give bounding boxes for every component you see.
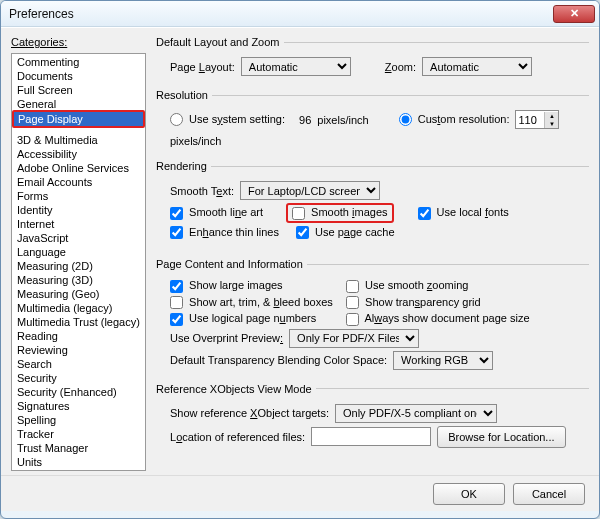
always-show-doc-size-checkbox[interactable]: Always show document page size — [346, 312, 530, 326]
category-item[interactable]: Email Accounts — [13, 175, 144, 189]
category-item[interactable]: Reading — [13, 329, 144, 343]
category-item[interactable]: Updater — [13, 469, 144, 471]
smooth-text-label: Smooth Text: — [170, 185, 234, 197]
blend-space-select[interactable]: Working RGB — [393, 351, 493, 370]
category-item[interactable]: Commenting — [13, 55, 144, 69]
overprint-preview-label: Use Overprint Preview: — [170, 332, 283, 344]
category-item[interactable]: Multimedia (legacy) — [13, 301, 144, 315]
legend-rendering: Rendering — [156, 160, 211, 172]
page-layout-select[interactable]: Automatic — [241, 57, 351, 76]
window-title: Preferences — [9, 7, 553, 21]
category-item[interactable]: Reviewing — [13, 343, 144, 357]
xobject-targets-select[interactable]: Only PDF/X-5 compliant ones — [335, 404, 497, 423]
custom-resolution-input[interactable] — [516, 111, 544, 128]
category-item[interactable]: Documents — [13, 69, 144, 83]
category-item[interactable]: Measuring (2D) — [13, 259, 144, 273]
category-item[interactable]: Multimedia Trust (legacy) — [13, 315, 144, 329]
show-large-images-checkbox[interactable]: Show large images — [170, 279, 340, 293]
spinner-down-icon[interactable]: ▼ — [544, 120, 558, 128]
referenced-files-input[interactable] — [311, 427, 431, 446]
settings-panel: Default Layout and Zoom Page Layout: Aut… — [156, 36, 589, 471]
use-local-fonts-checkbox[interactable]: Use local fonts — [418, 206, 509, 220]
use-logical-page-numbers-checkbox[interactable]: Use logical page numbers — [170, 312, 340, 326]
category-item[interactable]: 3D & Multimedia — [13, 133, 144, 147]
category-item[interactable]: Page Display — [14, 112, 143, 126]
close-icon: ✕ — [570, 7, 579, 20]
referenced-files-label: Location of referenced files: — [170, 431, 305, 443]
category-item[interactable]: JavaScript — [13, 231, 144, 245]
dialog-footer: OK Cancel — [1, 475, 599, 511]
use-page-cache-checkbox[interactable]: Use page cache — [296, 226, 395, 240]
close-button[interactable]: ✕ — [553, 5, 595, 23]
show-transparency-grid-checkbox[interactable]: Show transparency grid — [346, 296, 481, 310]
cancel-button[interactable]: Cancel — [513, 483, 585, 505]
categories-panel: Categories: CommentingDocumentsFull Scre… — [11, 36, 146, 471]
overprint-preview-select[interactable]: Only For PDF/X Files — [289, 329, 419, 348]
legend-default-layout: Default Layout and Zoom — [156, 36, 284, 48]
spinner-up-icon[interactable]: ▲ — [544, 112, 558, 120]
group-resolution: Resolution Use system setting: 96 pixels… — [156, 89, 589, 152]
legend-page-content: Page Content and Information — [156, 258, 307, 270]
category-item[interactable]: Forms — [13, 189, 144, 203]
group-page-content: Page Content and Information Show large … — [156, 258, 589, 375]
smooth-text-select[interactable]: For Laptop/LCD screens — [240, 181, 380, 200]
zoom-label: Zoom: — [385, 61, 416, 73]
category-item[interactable]: Trust Manager — [13, 441, 144, 455]
use-smooth-zooming-checkbox[interactable]: Use smooth zooming — [346, 279, 468, 293]
xobject-targets-label: Show reference XObject targets: — [170, 407, 329, 419]
category-item[interactable]: Identity — [13, 203, 144, 217]
enhance-thin-lines-checkbox[interactable]: Enhance thin lines — [170, 226, 290, 240]
show-art-trim-checkbox[interactable]: Show art, trim, & bleed boxes — [170, 296, 340, 310]
legend-xobjects: Reference XObjects View Mode — [156, 383, 316, 395]
group-rendering: Rendering Smooth Text: For Laptop/LCD sc… — [156, 160, 589, 244]
category-item[interactable]: Full Screen — [13, 83, 144, 97]
browse-location-button[interactable]: Browse for Location... — [437, 426, 565, 448]
titlebar: Preferences ✕ — [1, 1, 599, 27]
category-item[interactable]: Internet — [13, 217, 144, 231]
category-item[interactable]: Tracker — [13, 427, 144, 441]
system-dpi-value: 96 — [299, 114, 311, 126]
category-item[interactable]: Spelling — [13, 413, 144, 427]
group-xobjects: Reference XObjects View Mode Show refere… — [156, 383, 589, 453]
category-item[interactable]: Signatures — [13, 399, 144, 413]
category-item[interactable]: Measuring (Geo) — [13, 287, 144, 301]
category-item[interactable]: Units — [13, 455, 144, 469]
zoom-select[interactable]: Automatic — [422, 57, 532, 76]
smooth-line-art-checkbox[interactable]: Smooth line art — [170, 206, 280, 220]
category-item[interactable]: Language — [13, 245, 144, 259]
category-item[interactable]: Measuring (3D) — [13, 273, 144, 287]
category-item[interactable]: Security — [13, 371, 144, 385]
smooth-images-checkbox[interactable]: Smooth images — [292, 206, 388, 220]
smooth-images-highlight: Smooth images — [286, 203, 394, 223]
page-layout-label: Page Layout: — [170, 61, 235, 73]
group-default-layout: Default Layout and Zoom Page Layout: Aut… — [156, 36, 589, 81]
category-item[interactable]: Adobe Online Services — [13, 161, 144, 175]
custom-dpi-units: pixels/inch — [170, 135, 221, 147]
custom-resolution-radio[interactable]: Custom resolution: — [399, 113, 510, 127]
ok-button[interactable]: OK — [433, 483, 505, 505]
custom-resolution-spinner[interactable]: ▲▼ — [515, 110, 559, 129]
content-area: Categories: CommentingDocumentsFull Scre… — [1, 27, 599, 475]
system-dpi-units: pixels/inch — [317, 114, 368, 126]
legend-resolution: Resolution — [156, 89, 212, 101]
category-item[interactable]: Accessibility — [13, 147, 144, 161]
preferences-window: Preferences ✕ Categories: CommentingDocu… — [0, 0, 600, 519]
category-item[interactable]: Search — [13, 357, 144, 371]
use-system-radio[interactable]: Use system setting: — [170, 113, 285, 127]
category-highlight: Page Display — [12, 110, 145, 128]
category-item[interactable]: General — [13, 97, 144, 111]
categories-label: Categories: — [11, 36, 146, 48]
categories-list[interactable]: CommentingDocumentsFull ScreenGeneralPag… — [11, 53, 146, 471]
blend-space-label: Default Transparency Blending Color Spac… — [170, 354, 387, 366]
category-item[interactable]: Security (Enhanced) — [13, 385, 144, 399]
